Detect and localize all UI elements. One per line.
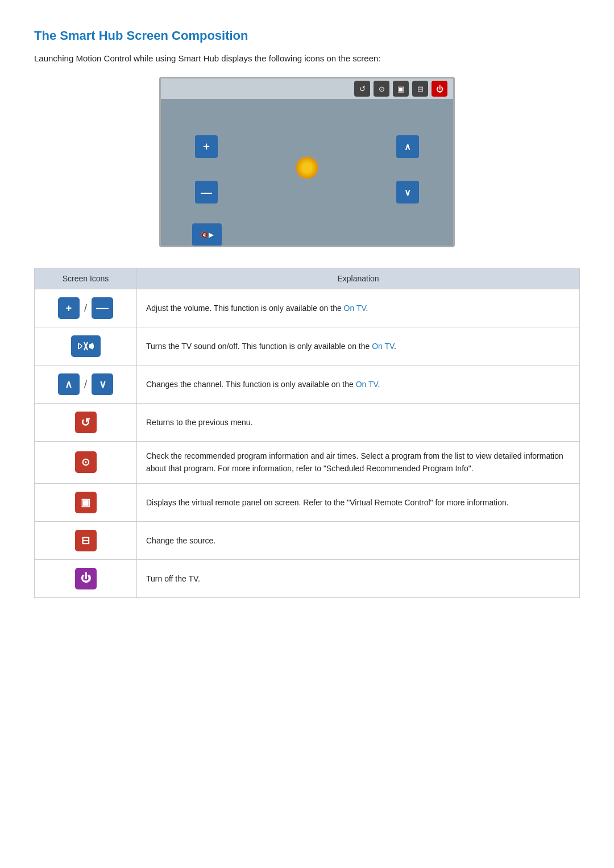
table-col1-header: Screen Icons (35, 268, 137, 289)
explanation-back: Returns to the previous menu. (137, 404, 580, 442)
icon-cell-power: ⏻ (35, 559, 137, 597)
tv-virtual-icon: ▣ (393, 81, 409, 97)
explanation-mute: Turns the TV sound on/off. This function… (137, 327, 580, 366)
ch-down-icon: ∨ (92, 373, 113, 395)
screen-ch-up-icon: ∧ (396, 135, 419, 158)
virtual-remote-icon: ▣ (75, 492, 97, 513)
icon-cell-mute (35, 327, 137, 366)
guide-icon: ⊙ (75, 451, 97, 473)
tv-screen: ↺ ⊙ ▣ ⊟ ⏻ + — 🔇▶ ∧ ∨ (159, 77, 455, 247)
on-tv-link: On TV (344, 304, 366, 313)
screen-ch-down-icon: ∨ (396, 181, 419, 203)
tv-back-icon: ↺ (354, 81, 370, 97)
screen-mute-icon: 🔇▶ (192, 223, 222, 246)
tv-source-icon: ⊟ (412, 81, 428, 97)
explanation-virtual: Displays the virtual remote panel on scr… (137, 483, 580, 521)
table-row: ⊟ Change the source. (35, 521, 580, 559)
table-row: ⊙ Check the recommended program informat… (35, 442, 580, 484)
tv-screen-container: ↺ ⊙ ▣ ⊟ ⏻ + — 🔇▶ ∧ ∨ (34, 77, 580, 247)
explanation-power: Turn off the TV. (137, 559, 580, 597)
svg-marker-7 (89, 343, 93, 350)
icon-cell-source: ⊟ (35, 521, 137, 559)
slash-divider: / (84, 302, 87, 314)
tv-top-bar: ↺ ⊙ ▣ ⊟ ⏻ (161, 78, 453, 99)
page-title: The Smart Hub Screen Composition (34, 28, 580, 43)
power-icon: ⏻ (75, 568, 97, 589)
icon-cell-vol: + / — (35, 289, 137, 327)
slash-divider-2: / (84, 379, 87, 391)
explanation-guide: Check the recommended program informatio… (137, 442, 580, 484)
back-icon: ↺ (75, 412, 97, 433)
explanation-source: Change the source. (137, 521, 580, 559)
table-row: + / — Adjust the volume. This function i… (35, 289, 580, 327)
table-row: ▣ Displays the virtual remote panel on s… (35, 483, 580, 521)
icon-cell-virtual: ▣ (35, 483, 137, 521)
table-col2-header: Explanation (137, 268, 580, 289)
ch-up-icon: ∧ (58, 373, 80, 395)
tv-guide-icon: ⊙ (374, 81, 389, 97)
screen-vol-up-icon: + (195, 135, 218, 158)
explanation-ch: Changes the channel. This function is on… (137, 366, 580, 404)
source-icon: ⊟ (75, 530, 97, 551)
icon-cell-guide: ⊙ (35, 442, 137, 484)
table-row: ∧ / ∨ Changes the channel. This function… (35, 366, 580, 404)
icon-table: Screen Icons Explanation + / — Adjust th… (34, 268, 580, 598)
screen-vol-down-icon: — (195, 181, 218, 203)
icon-cell-ch: ∧ / ∨ (35, 366, 137, 404)
table-row: ⏻ Turn off the TV. (35, 559, 580, 597)
on-tv-link-2: On TV (372, 342, 394, 351)
on-tv-link-3: On TV (356, 380, 378, 389)
icon-cell-back: ↺ (35, 404, 137, 442)
table-row: ↺ Returns to the previous menu. (35, 404, 580, 442)
table-row: Turns the TV sound on/off. This function… (35, 327, 580, 366)
mute-icon (71, 335, 101, 357)
explanation-vol: Adjust the volume. This function is only… (137, 289, 580, 327)
vol-plus-icon: + (58, 297, 80, 319)
vol-minus-icon: — (92, 297, 113, 319)
tv-power-icon: ⏻ (432, 81, 447, 97)
cursor-icon (294, 155, 320, 180)
intro-text: Launching Motion Control while using Sma… (34, 53, 580, 63)
